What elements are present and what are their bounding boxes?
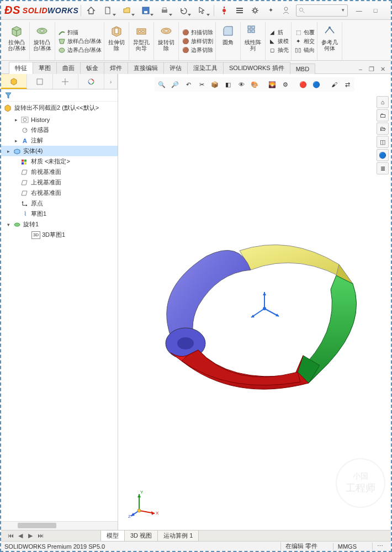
tree-material[interactable]: 材质 <未指定>: [1, 156, 118, 167]
minimize-button[interactable]: —: [351, 4, 367, 17]
section-view-button[interactable]: ✂: [195, 78, 208, 91]
appearance-button[interactable]: ✦: [263, 3, 278, 18]
tab-prev[interactable]: ◀: [15, 532, 25, 539]
tree-front-plane[interactable]: 前视基准面: [1, 167, 118, 177]
hole-wizard-button[interactable]: 异型孔 向导: [131, 22, 151, 52]
fillet-button[interactable]: 圆角: [218, 22, 238, 46]
tree-origin[interactable]: 原点: [1, 198, 118, 209]
tree-revolve1[interactable]: ▾旋转1: [1, 219, 118, 230]
user-button[interactable]: [278, 3, 294, 18]
tab-surfaces[interactable]: 曲面: [56, 62, 81, 74]
tab-features[interactable]: 特征: [9, 62, 33, 74]
tab-weldments[interactable]: 焊件: [104, 62, 128, 74]
draft-button[interactable]: ◣拔模: [267, 37, 290, 46]
reference-geometry-button[interactable]: 参考几 何体: [320, 22, 340, 52]
config-manager-tab[interactable]: [53, 74, 79, 89]
graphics-viewport[interactable]: 🔍 🔎 ↶ ✂ 📦 ◧ 👁 🎨 🌄 ⚙ 🔴 🔵 🖌 ⇄ ⌂ 🗀 🗁 ◫ 🔵 ≣: [118, 74, 391, 530]
tab-render[interactable]: 渲染工具: [187, 62, 224, 74]
search-box[interactable]: ▼: [296, 4, 348, 17]
intersect-button[interactable]: ✦相交: [293, 37, 316, 46]
tree-root[interactable]: 旋转出不同截面2 (默认<<默认>: [1, 102, 118, 114]
tab-evaluate[interactable]: 评估: [163, 62, 188, 74]
save-button[interactable]: [136, 3, 155, 18]
home-button[interactable]: [83, 3, 99, 18]
new-button[interactable]: [99, 3, 118, 18]
zoom-fit-button[interactable]: 🔍: [156, 78, 168, 91]
tab-directedit[interactable]: 直接编辑: [128, 62, 164, 74]
tree-right-plane[interactable]: 右视基准面: [1, 188, 118, 198]
mirror-button[interactable]: ▯▯镜向: [293, 46, 316, 55]
settings-button[interactable]: [247, 3, 263, 18]
scroll-thumb[interactable]: [18, 523, 56, 528]
tree-history[interactable]: ▸History: [1, 115, 118, 125]
print-button[interactable]: [155, 3, 174, 18]
options-button[interactable]: [232, 3, 247, 18]
orientation-triad[interactable]: Y X Z: [128, 486, 161, 519]
tab-sheetmetal[interactable]: 钣金: [80, 62, 104, 74]
taskpane-explorer[interactable]: 🗁: [377, 123, 389, 135]
search-drop-icon[interactable]: ▼: [341, 8, 345, 13]
boundary-cut-button[interactable]: 🟤边界切除: [180, 46, 214, 55]
tab-last[interactable]: ⏭: [35, 532, 45, 539]
mdi-close[interactable]: ✕: [378, 65, 388, 73]
edit-appearance-button[interactable]: 🎨: [248, 78, 261, 91]
render-button[interactable]: 🔴: [297, 78, 309, 91]
shell-button[interactable]: ◻抽壳: [267, 46, 290, 55]
appearance-tab[interactable]: [78, 74, 104, 89]
zoom-area-button[interactable]: 🔎: [169, 78, 181, 91]
select-button[interactable]: [193, 3, 211, 18]
boundary-button[interactable]: 边界凸台/基体: [56, 46, 103, 55]
sweep-button[interactable]: 扫描: [56, 28, 80, 37]
tab-motion[interactable]: 运动算例 1: [157, 530, 199, 542]
tab-mbd[interactable]: MBD: [290, 63, 315, 74]
status-units[interactable]: MMGS: [333, 543, 361, 550]
open-button[interactable]: [118, 3, 136, 18]
tab-first[interactable]: ⏮: [6, 532, 15, 539]
mdi-restore[interactable]: ❐: [367, 65, 377, 73]
taskpane-view-palette[interactable]: ◫: [377, 136, 389, 148]
apply-scene-button[interactable]: 🌄: [266, 78, 278, 91]
view-orientation-button[interactable]: 📦: [209, 78, 221, 91]
tree-solids[interactable]: ▸实体(4): [1, 146, 118, 156]
close-button[interactable]: ✕: [384, 4, 392, 17]
tab-sketch[interactable]: 草图: [33, 62, 57, 74]
loft-cut-button[interactable]: 🟤放样切割: [180, 37, 214, 46]
wrap-button[interactable]: ⬚包覆: [293, 28, 316, 37]
tree-sensors[interactable]: 传感器: [1, 125, 118, 135]
view-settings-button[interactable]: ⚙: [279, 78, 292, 91]
tab-3dview[interactable]: 3D 视图: [124, 530, 158, 542]
revolve-cut-button[interactable]: 旋转切 除: [156, 22, 176, 52]
linear-pattern-button[interactable]: 线性阵 列: [243, 22, 263, 52]
compare-button[interactable]: ⇄: [341, 78, 353, 91]
maximize-button[interactable]: □: [368, 4, 383, 17]
extrude-boss-button[interactable]: 拉伸凸 台/基体: [7, 22, 27, 52]
tab-model[interactable]: 模型: [100, 530, 125, 542]
taskpane-custom[interactable]: ≣: [377, 162, 389, 174]
taskpane-appearances[interactable]: 🔵: [377, 149, 389, 161]
extrude-cut-button[interactable]: 拉伸切 除: [107, 22, 126, 52]
revolve-boss-button[interactable]: 旋转凸 台/基体: [32, 22, 52, 52]
tab-addins[interactable]: SOLIDWORKS 插件: [223, 62, 290, 74]
tree-annotations[interactable]: ▸A注解: [1, 135, 118, 146]
hide-show-button[interactable]: 👁: [235, 78, 247, 91]
tree-filter-button[interactable]: [1, 89, 118, 102]
tree-3dsketch1[interactable]: 3D3D草图1: [1, 230, 118, 240]
render2-button[interactable]: 🔵: [310, 78, 322, 91]
mdi-minimize[interactable]: –: [356, 65, 365, 73]
tree-hscroll[interactable]: [1, 521, 118, 530]
rib-button[interactable]: ◢筋: [267, 28, 284, 37]
paint-button[interactable]: 🖌: [328, 78, 340, 91]
tab-next[interactable]: ▶: [25, 532, 35, 539]
search-input[interactable]: [306, 7, 340, 14]
prev-view-button[interactable]: ↶: [182, 78, 194, 91]
taskpane-library[interactable]: 🗀: [377, 109, 389, 121]
rebuild-button[interactable]: [216, 3, 232, 18]
status-more[interactable]: ⋯: [372, 543, 388, 550]
display-style-button[interactable]: ◧: [222, 78, 234, 91]
undo-button[interactable]: [174, 3, 193, 18]
tree-sketch1[interactable]: ⌇草图1: [1, 209, 118, 219]
loft-button[interactable]: 放样凸台/基体: [56, 37, 103, 46]
sweep-cut-button[interactable]: 🟤扫描切除: [180, 28, 214, 37]
taskpane-home[interactable]: ⌂: [377, 96, 389, 108]
tree-top-plane[interactable]: 上视基准面: [1, 177, 118, 188]
